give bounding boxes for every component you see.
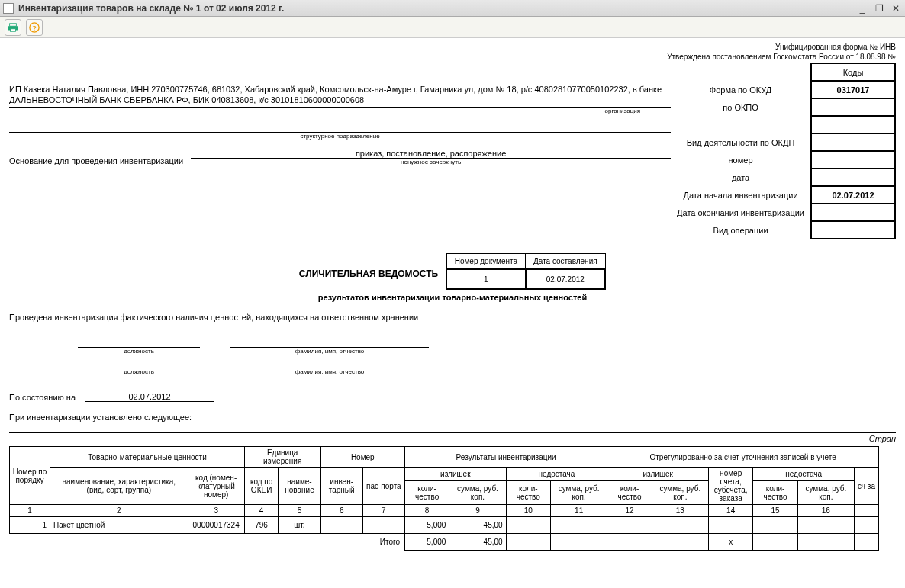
cell-name: Пакет цветной xyxy=(50,517,188,534)
th-surplus-2: излишек xyxy=(607,468,709,481)
cell-code: 00000017324 xyxy=(188,517,244,534)
fio-line-2 xyxy=(230,358,429,368)
cell-shs xyxy=(551,517,607,534)
help-icon: ? xyxy=(29,22,40,33)
total-row: Итого 5,000 45,00 х xyxy=(10,534,879,551)
para-result: При инвентаризации установлено следующее… xyxy=(9,413,896,422)
th-pass: пас-порта xyxy=(362,468,404,505)
titlebar: Инвентаризация товаров на складе № 1 от … xyxy=(0,0,905,17)
basis-row: Основание для проведения инвентаризации … xyxy=(9,149,671,165)
total-x: х xyxy=(708,534,752,551)
column-number-row: 1 2 3 4 5 6 7 8 9 10 11 12 13 14 15 16 xyxy=(10,505,879,517)
struct-unit-line xyxy=(9,122,671,133)
table-row: 1 Пакет цветной 00000017324 796 шт. 5,00… xyxy=(10,517,879,534)
svg-text:?: ? xyxy=(32,23,37,31)
th-sum-2: сумма, руб. коп. xyxy=(551,481,607,505)
doc-title-block: СЛИЧИТЕЛЬНАЯ ВЕДОМОСТЬ Номер документаДа… xyxy=(9,253,896,290)
cell-ass xyxy=(652,517,708,534)
th-tmc: Товарно-материальные ценности xyxy=(50,447,245,468)
cell-pass xyxy=(362,517,404,534)
th-qty-1: коли-чество xyxy=(404,481,449,505)
th-okei: код по ОКЕИ xyxy=(244,468,279,505)
th-col17: сч за xyxy=(855,468,879,505)
document-icon xyxy=(3,3,14,14)
number-label: номер xyxy=(671,151,811,169)
th-num: Номер по порядку xyxy=(10,447,50,505)
date-value xyxy=(811,169,895,186)
signature-row-1: должность фамилия, имя, отчество xyxy=(78,337,896,355)
total-ss: 45,00 xyxy=(449,534,506,551)
basis-caption: ненужное зачеркнуть xyxy=(191,159,671,165)
fio-line-1 xyxy=(230,337,429,348)
number-value xyxy=(811,151,895,169)
print-button[interactable] xyxy=(5,19,21,36)
th-qty-3: коли-чество xyxy=(607,481,652,505)
total-label: Итого xyxy=(10,534,405,551)
svg-rect-0 xyxy=(10,23,17,26)
cell-ashq xyxy=(753,517,797,534)
date-label: дата xyxy=(671,169,811,186)
help-button[interactable]: ? xyxy=(26,19,43,36)
page-label: Стран xyxy=(9,432,896,443)
cell-ashs xyxy=(797,517,854,534)
okpo-label: по ОКПО xyxy=(671,98,811,116)
post-caption-2: должность xyxy=(78,368,200,375)
org-text-1: ИП Казека Наталия Павловна, ИНН 27030077… xyxy=(9,84,671,95)
inventory-table: Номер по порядку Товарно-материальные це… xyxy=(9,446,879,551)
post-line-2 xyxy=(78,358,200,368)
cell-unit: шт. xyxy=(279,517,320,534)
window-buttons: _ ❐ ✕ xyxy=(856,2,902,14)
cell-inv xyxy=(320,517,362,534)
minimize-button[interactable]: _ xyxy=(856,2,868,14)
cell-sq: 5,000 xyxy=(404,517,449,534)
printer-icon xyxy=(8,22,18,33)
okpo-value xyxy=(811,98,895,116)
th-shortage-2: недостача xyxy=(753,468,855,481)
restore-button[interactable]: ❐ xyxy=(873,2,885,14)
fio-caption-1: фамилия, имя, отчество xyxy=(230,348,429,355)
cell-acct xyxy=(708,517,752,534)
close-button[interactable]: ✕ xyxy=(890,2,902,14)
doc-num-date-table: Номер документаДата составления 102.07.2… xyxy=(446,253,606,290)
th-unitname: наиме-нование xyxy=(279,468,320,505)
struct-unit-caption: структурное подразделение xyxy=(9,133,671,140)
start-value: 02.07.2012 xyxy=(811,186,895,204)
end-label: Дата окончания инвентаризации xyxy=(671,204,811,221)
codes-table: Коды Форма по ОКУД0317017 по ОКПО Вид де… xyxy=(671,63,896,239)
codes-header: Коды xyxy=(811,63,895,81)
org-text-2: ДАЛЬНЕВОСТОЧНЫЙ БАНК СБЕРБАНКА РФ, БИК 0… xyxy=(9,95,671,107)
th-sum-1: сумма, руб. коп. xyxy=(449,481,506,505)
blank-code-1 xyxy=(811,116,895,133)
fio-caption-2: фамилия, имя, отчество xyxy=(230,368,429,375)
org-caption: организация xyxy=(9,108,671,114)
total-sq: 5,000 xyxy=(404,534,449,551)
th-number: Номер xyxy=(320,447,404,468)
okdp-label: Вид деятельности по ОКДП xyxy=(671,133,811,151)
cell-asq xyxy=(607,517,652,534)
th-surplus-1: излишек xyxy=(404,468,506,481)
doc-title-main: СЛИЧИТЕЛЬНАЯ ВЕДОМОСТЬ xyxy=(299,268,438,279)
document-viewport[interactable]: Унифицированная форма № ИНВ Утверждена п… xyxy=(0,38,905,588)
status-date: 02.07.2012 xyxy=(85,392,214,402)
start-label: Дата начала инвентаризации xyxy=(671,186,811,204)
okud-label: Форма по ОКУД xyxy=(671,81,811,98)
cell-n: 1 xyxy=(10,517,50,534)
doc-subtitle: результатов инвентаризации товарно-матер… xyxy=(9,293,896,302)
th-sum-3: сумма, руб. коп. xyxy=(652,481,708,505)
svg-rect-2 xyxy=(11,28,16,31)
th-qty-2: коли-чество xyxy=(506,481,550,505)
th-inv: инвен-тарный xyxy=(320,468,362,505)
post-caption-1: должность xyxy=(78,348,200,355)
end-value xyxy=(811,204,895,221)
signature-row-2: должность фамилия, имя, отчество xyxy=(78,358,896,375)
op-label: Вид операции xyxy=(671,221,811,239)
th-adjusted: Отрегулированно за счет уточнения записе… xyxy=(607,447,879,468)
th-results: Результаты инвентаризации xyxy=(404,447,607,468)
basis-value: приказ, постановление, распоряжение xyxy=(191,149,671,159)
okdp-value xyxy=(811,133,895,151)
doc-number: 1 xyxy=(446,269,525,289)
cell-ss: 45,00 xyxy=(449,517,506,534)
date-header: Дата составления xyxy=(526,254,606,270)
toolbar: ? xyxy=(0,17,905,38)
status-row: По состоянию на 02.07.2012 xyxy=(9,392,896,402)
